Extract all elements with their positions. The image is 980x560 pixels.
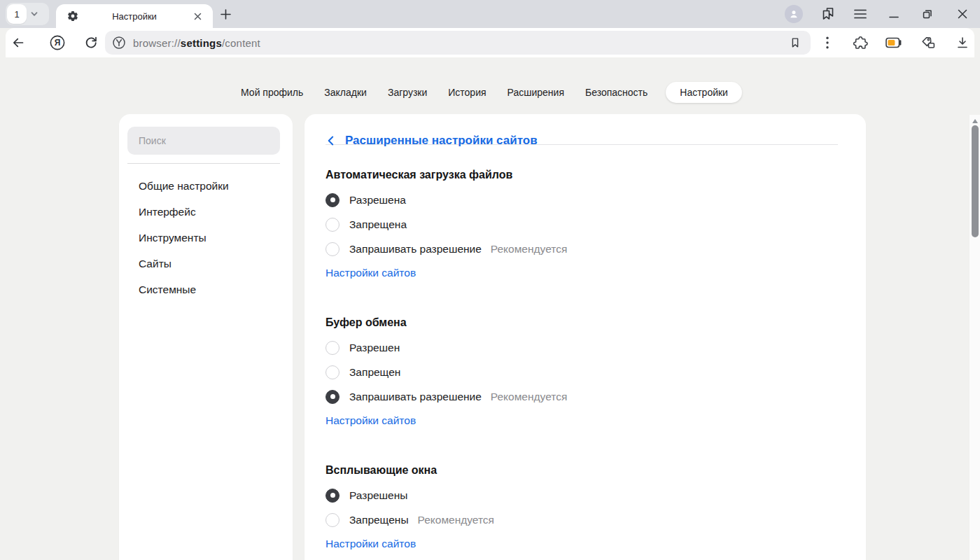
radio-unselected-icon[interactable] — [326, 365, 340, 379]
page-actions-button[interactable] — [818, 33, 837, 52]
plus-icon — [220, 8, 232, 20]
minimize-icon — [889, 9, 899, 19]
radio-group: Разрешены Запрещены Рекомендуется — [326, 483, 838, 532]
settings-sidebar: Общие настройки Интерфейс Инструменты Са… — [119, 114, 293, 560]
radio-selected-icon[interactable] — [326, 390, 340, 404]
browser-window: 1 Настройки — [0, 0, 980, 560]
close-icon — [958, 9, 967, 19]
sidebar-divider — [127, 163, 280, 164]
person-icon — [788, 8, 799, 20]
browser-tab-settings[interactable]: Настройки — [56, 4, 213, 28]
bookmarks-icon — [820, 6, 835, 22]
radio-label: Запрашивать разрешение — [349, 391, 482, 403]
battery-icon — [886, 37, 902, 48]
section-clipboard: Буфер обмена Разрешен Запрещен Запрашива… — [326, 315, 838, 428]
radio-unselected-icon[interactable] — [326, 341, 340, 355]
restore-window-button[interactable] — [918, 4, 937, 24]
search-input[interactable] — [127, 127, 280, 155]
radio-option[interactable]: Запрещены Рекомендуется — [326, 507, 838, 532]
site-settings-link[interactable]: Настройки сайтов — [326, 537, 416, 551]
site-settings-link[interactable]: Настройки сайтов — [326, 266, 416, 280]
tag-card-icon — [921, 36, 936, 50]
back-to-sites-button[interactable] — [326, 135, 337, 146]
radio-option[interactable]: Запрещена — [326, 212, 838, 237]
radio-label: Разрешены — [349, 489, 407, 502]
radio-option[interactable]: Разрешена — [326, 188, 838, 212]
wallet-button[interactable] — [918, 33, 938, 52]
site-identity-icon[interactable] — [112, 36, 126, 50]
refresh-button[interactable] — [81, 33, 101, 52]
nav-tab-security[interactable]: Безопасность — [582, 82, 650, 103]
radio-option[interactable]: Запрещен — [326, 360, 838, 384]
radio-option[interactable]: Разрешены — [326, 483, 838, 507]
tab-counter-group: 1 — [6, 3, 49, 25]
radio-label: Разрешена — [349, 194, 406, 206]
url-text: browser://settings/content — [133, 37, 260, 49]
radio-option[interactable]: Запрашивать разрешение Рекомендуется — [326, 384, 838, 409]
chevron-down-icon — [29, 8, 40, 20]
menu-button[interactable] — [850, 4, 870, 24]
radio-unselected-icon[interactable] — [326, 218, 340, 232]
nav-tab-history[interactable]: История — [445, 82, 489, 103]
yandex-home-button[interactable]: Я — [48, 33, 67, 52]
battery-saver-button[interactable] — [884, 33, 904, 52]
sidebar-item-tools[interactable]: Инструменты — [139, 225, 293, 251]
gear-icon — [67, 10, 78, 22]
page-title[interactable]: Расширенные настройки сайтов — [345, 134, 538, 148]
url-host: settings — [181, 37, 222, 49]
sidebar-item-sites[interactable]: Сайты — [139, 251, 293, 276]
radio-selected-icon[interactable] — [326, 193, 340, 207]
settings-page: Мой профиль Закладки Загрузки История Ра… — [0, 57, 980, 560]
chevron-left-icon — [326, 135, 337, 146]
radio-label: Запрещен — [349, 366, 400, 379]
radio-label: Разрешен — [349, 342, 400, 354]
nav-tab-profile[interactable]: Мой профиль — [238, 82, 306, 103]
downloads-button[interactable] — [953, 33, 972, 52]
radio-option[interactable]: Запрашивать разрешение Рекомендуется — [326, 237, 838, 261]
back-button[interactable] — [8, 33, 28, 52]
section-title: Всплывающие окна — [326, 463, 838, 478]
add-bookmark-button[interactable] — [785, 33, 805, 52]
recommended-badge: Рекомендуется — [491, 391, 567, 403]
page-scrollbar[interactable] — [969, 115, 980, 560]
download-icon — [956, 36, 969, 49]
yandex-logo-icon: Я — [49, 34, 66, 51]
sidebar-item-general[interactable]: Общие настройки — [139, 173, 293, 199]
nav-tab-downloads[interactable]: Загрузки — [385, 82, 430, 103]
minimize-button[interactable] — [884, 4, 904, 24]
radio-group: Разрешена Запрещена Запрашивать разрешен… — [326, 188, 838, 261]
scrollbar-thumb[interactable] — [972, 125, 979, 237]
site-settings-link[interactable]: Настройки сайтов — [326, 414, 416, 428]
address-bar[interactable]: browser://settings/content — [105, 31, 811, 55]
scroll-up-arrow-icon[interactable] — [972, 119, 978, 123]
radio-label: Запрещена — [349, 218, 407, 231]
nav-tab-bookmarks[interactable]: Закладки — [321, 82, 370, 103]
puzzle-icon — [853, 36, 868, 50]
radio-unselected-icon[interactable] — [326, 513, 340, 527]
sidebar-item-system[interactable]: Системные — [139, 276, 293, 302]
radio-unselected-icon[interactable] — [326, 242, 340, 256]
radio-group: Разрешен Запрещен Запрашивать разрешение… — [326, 335, 838, 409]
radio-option[interactable]: Разрешен — [326, 335, 838, 360]
close-window-button[interactable] — [953, 4, 972, 24]
yandex-letter: Я — [55, 38, 61, 48]
close-icon — [194, 13, 202, 20]
tab-close-button[interactable] — [190, 9, 204, 23]
url-path: /content — [222, 37, 260, 49]
nav-tab-extensions[interactable]: Расширения — [505, 82, 567, 103]
collections-button[interactable] — [818, 4, 837, 24]
tab-counter-button[interactable]: 1 — [7, 4, 27, 24]
extensions-button[interactable] — [850, 33, 870, 52]
settings-nav: Мой профиль Закладки Загрузки История Ра… — [0, 82, 980, 103]
profile-avatar[interactable] — [785, 5, 803, 23]
radio-selected-icon[interactable] — [326, 489, 340, 503]
nav-tab-settings[interactable]: Настройки — [666, 82, 742, 103]
tab-counter-value: 1 — [14, 9, 19, 20]
section-title: Буфер обмена — [326, 315, 838, 330]
restore-icon — [922, 8, 933, 20]
recommended-badge: Рекомендуется — [491, 243, 567, 255]
settings-main-panel: Расширенные настройки сайтов Автоматичес… — [304, 114, 866, 560]
sidebar-item-interface[interactable]: Интерфейс — [139, 199, 293, 225]
tab-list-chevron-button[interactable] — [29, 8, 40, 20]
new-tab-button[interactable] — [217, 6, 234, 22]
